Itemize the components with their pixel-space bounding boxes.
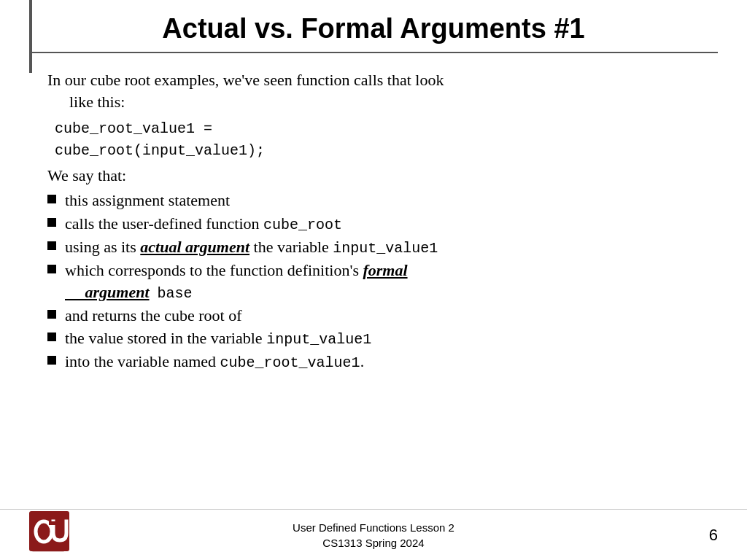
list-item: this assignment statement — [47, 190, 707, 211]
bullet-text-6: the value stored in the variable input_v… — [65, 327, 707, 349]
bullet-text-3: using as its actual argument the variabl… — [65, 236, 707, 258]
footer-line1: User Defined Functions Lesson 2 — [293, 520, 454, 535]
bullet-icon — [47, 265, 56, 273]
slide-title: Actual vs. Formal Arguments #1 — [162, 13, 584, 44]
bullet-text-5: and returns the cube root of — [65, 305, 707, 327]
list-item: calls the user-defined function cube_roo… — [47, 213, 707, 235]
bullet-icon — [47, 310, 56, 319]
code-input-value1-stored: input_value1 — [266, 331, 371, 348]
intro-paragraph: In our cube root examples, we've seen fu… — [47, 69, 707, 112]
ou-logo-clean — [29, 511, 69, 551]
bullet-text-2: calls the user-defined function cube_roo… — [65, 213, 707, 235]
list-item: using as its actual argument the variabl… — [47, 236, 707, 258]
bullet-icon — [47, 332, 56, 341]
code-cube-root-value1: cube_root_value1 — [220, 354, 360, 371]
code-line2: cube_root(input_value1); — [55, 140, 707, 162]
bullet-icon — [47, 356, 56, 365]
list-item: into the variable named cube_root_value1… — [47, 351, 707, 373]
footer: O U — [0, 509, 747, 560]
code-input-value1-arg: input_value1 — [333, 240, 438, 257]
header-area: Actual vs. Formal Arguments #1 — [0, 0, 747, 66]
bullet-icon — [47, 195, 56, 203]
formal-argument-label: formal argument — [65, 261, 408, 301]
list-item: which corresponds to the function defini… — [47, 260, 707, 303]
footer-center: User Defined Functions Lesson 2 CS1313 S… — [293, 520, 454, 551]
bullet-list: this assignment statement calls the user… — [47, 190, 707, 373]
footer-line2: CS1313 Spring 2024 — [293, 535, 454, 551]
ou-logo-container — [29, 511, 69, 554]
svg-rect-8 — [49, 521, 58, 525]
actual-argument-label: actual argument — [140, 238, 249, 256]
code-block: cube_root_value1 = cube_root(input_value… — [55, 118, 707, 162]
footer-page-number: 6 — [709, 526, 718, 545]
code-cube-root: cube_root — [263, 217, 342, 233]
list-item: the value stored in the variable input_v… — [47, 327, 707, 349]
code-line1: cube_root_value1 = — [55, 118, 707, 140]
we-say-label: We say that: — [47, 166, 707, 185]
code-base: base — [158, 285, 193, 302]
slide: Actual vs. Formal Arguments #1 In our cu… — [0, 0, 747, 560]
intro-line1: In our cube root examples, we've seen fu… — [47, 71, 444, 89]
intro-line2: like this: — [47, 93, 125, 111]
bullet-text-4: which corresponds to the function defini… — [65, 260, 707, 303]
list-item: and returns the cube root of — [47, 305, 707, 327]
content-area: In our cube root examples, we've seen fu… — [0, 66, 747, 509]
bullet-text-7: into the variable named cube_root_value1… — [65, 351, 707, 373]
bullet-icon — [47, 241, 56, 250]
header-rule — [29, 52, 718, 53]
bullet-icon — [47, 218, 56, 227]
bullet-text-1: this assignment statement — [65, 190, 707, 211]
